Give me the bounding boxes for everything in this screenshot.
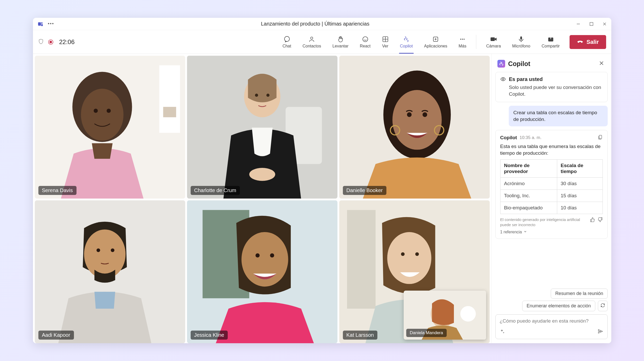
apps-icon bbox=[432, 36, 439, 43]
svg-point-26 bbox=[255, 94, 258, 97]
people-button[interactable]: Contactos bbox=[297, 30, 327, 54]
refresh-icon bbox=[600, 303, 605, 309]
copilot-message: Copilot 10:35 a. m. Esta es una tabla qu… bbox=[495, 130, 608, 239]
answer-intro: Esta es una tabla que enumera las escala… bbox=[500, 143, 603, 157]
user-message: Crear una tabla con escalas de tiempo de… bbox=[509, 106, 608, 126]
svg-point-53 bbox=[502, 78, 504, 80]
table-header: Nombre de proveedor bbox=[500, 159, 557, 178]
svg-point-44 bbox=[270, 253, 274, 258]
suggestion-chip[interactable]: Enumerar elementos de acción bbox=[522, 301, 595, 311]
svg-point-10 bbox=[460, 39, 461, 40]
hand-icon bbox=[337, 36, 344, 43]
sparkle-icon[interactable] bbox=[500, 329, 505, 335]
raise-label: Levantar bbox=[332, 44, 348, 48]
view-button[interactable]: Ver bbox=[376, 30, 394, 54]
copilot-toolbar-icon bbox=[403, 36, 410, 43]
leave-button[interactable]: Salir bbox=[570, 35, 606, 49]
table-row: Tooling, Inc.15 días bbox=[500, 190, 603, 202]
app-window: ••• Lanzamiento del producto | Últimas a… bbox=[33, 18, 611, 343]
video-tile[interactable]: Jessica Kline bbox=[187, 200, 337, 343]
video-tile[interactable]: Charlotte de Crum bbox=[187, 56, 337, 199]
emoji-icon bbox=[362, 36, 369, 43]
camera-label: Cámara bbox=[486, 44, 501, 48]
more-icon bbox=[459, 36, 466, 43]
svg-point-6 bbox=[311, 37, 313, 39]
svg-point-11 bbox=[462, 39, 463, 40]
raise-hand-button[interactable]: Levantar bbox=[327, 30, 354, 54]
video-tile[interactable]: Kat Larsson Daniela Mandera bbox=[339, 200, 490, 343]
chat-label: Chat bbox=[283, 44, 291, 48]
copilot-author: Copilot bbox=[500, 135, 517, 141]
svg-rect-46 bbox=[347, 210, 376, 309]
svg-rect-17 bbox=[159, 65, 180, 133]
svg-point-37 bbox=[84, 229, 125, 279]
svg-point-20 bbox=[81, 89, 123, 141]
send-button[interactable] bbox=[598, 329, 603, 335]
svg-point-31 bbox=[392, 90, 442, 150]
thumbs-up-button[interactable] bbox=[590, 217, 595, 223]
svg-rect-0 bbox=[38, 22, 41, 26]
svg-point-33 bbox=[422, 112, 427, 117]
copilot-button[interactable]: Copilot bbox=[394, 30, 419, 54]
view-label: Ver bbox=[382, 44, 388, 48]
grid-icon bbox=[382, 36, 389, 43]
participant-name: Charlotte de Crum bbox=[191, 186, 240, 195]
react-label: React bbox=[360, 44, 371, 48]
privacy-body: Solo usted puede ver su conversación con… bbox=[509, 84, 603, 97]
svg-point-32 bbox=[407, 112, 411, 117]
meeting-title: Lanzamiento del producto | Últimas apari… bbox=[54, 21, 576, 27]
copilot-logo-icon bbox=[497, 60, 505, 68]
suggestion-chip[interactable]: Resumen de la reunión bbox=[551, 289, 607, 299]
svg-point-27 bbox=[266, 94, 269, 97]
copilot-title: Copilot bbox=[508, 60, 597, 68]
message-time: 10:35 a. m. bbox=[520, 135, 541, 140]
svg-point-7 bbox=[363, 37, 368, 42]
share-button[interactable]: Compartir bbox=[536, 30, 565, 54]
svg-rect-18 bbox=[163, 107, 176, 117]
separator bbox=[476, 35, 476, 49]
teams-logo-icon bbox=[38, 21, 43, 27]
svg-point-39 bbox=[111, 248, 114, 252]
svg-point-51 bbox=[460, 306, 476, 322]
copilot-input[interactable]: ¿Cómo puedo ayudarle en esta reunión? bbox=[495, 314, 608, 339]
camera-icon bbox=[490, 36, 497, 43]
reference-toggle[interactable]: 1 referencia bbox=[500, 230, 603, 234]
chat-button[interactable]: Chat bbox=[277, 30, 297, 54]
video-tile[interactable]: Serena Davis bbox=[35, 56, 185, 199]
close-window-button[interactable] bbox=[603, 22, 607, 26]
table-row: Acrónimo30 días bbox=[500, 178, 603, 190]
apps-button[interactable]: Aplicaciones bbox=[418, 30, 453, 54]
leave-label: Salir bbox=[587, 39, 599, 45]
svg-point-48 bbox=[401, 252, 404, 256]
meeting-timer: 22:06 bbox=[59, 38, 75, 46]
privacy-title: Es para usted bbox=[509, 76, 543, 82]
video-tile[interactable]: Aadi Kapoor bbox=[35, 200, 185, 343]
mic-label: Micrófono bbox=[512, 44, 530, 48]
svg-rect-2 bbox=[590, 22, 593, 26]
close-panel-button[interactable] bbox=[597, 59, 606, 68]
mic-button[interactable]: Micrófono bbox=[506, 30, 536, 54]
svg-rect-13 bbox=[490, 37, 495, 41]
apps-label: Aplicaciones bbox=[424, 44, 447, 48]
svg-rect-54 bbox=[599, 135, 601, 138]
svg-point-22 bbox=[106, 109, 111, 113]
participant-name: Aadi Kapoor bbox=[38, 331, 74, 340]
camera-button[interactable]: Cámara bbox=[480, 30, 506, 54]
more-button[interactable]: Más bbox=[453, 30, 472, 54]
refresh-suggestions-button[interactable] bbox=[598, 301, 608, 311]
self-view-pip[interactable]: Daniela Mandera bbox=[404, 291, 486, 340]
maximize-button[interactable] bbox=[590, 22, 593, 26]
chat-icon bbox=[284, 36, 290, 43]
production-table: Nombre de proveedor Escala de tiempo Acr… bbox=[500, 159, 603, 214]
minimize-button[interactable] bbox=[576, 22, 580, 26]
copy-button[interactable] bbox=[598, 134, 603, 141]
thumbs-down-button[interactable] bbox=[598, 217, 603, 223]
participant-name: Serena Davis bbox=[38, 186, 77, 195]
participant-name: Daniela Mandera bbox=[406, 329, 447, 337]
copilot-label: Copilot bbox=[400, 44, 413, 48]
video-tile[interactable]: Danielle Booker bbox=[339, 56, 490, 199]
react-button[interactable]: React bbox=[354, 30, 376, 54]
svg-point-21 bbox=[94, 109, 98, 113]
titlebar-more-icon[interactable]: ••• bbox=[48, 21, 54, 27]
phone-down-icon bbox=[577, 39, 583, 45]
